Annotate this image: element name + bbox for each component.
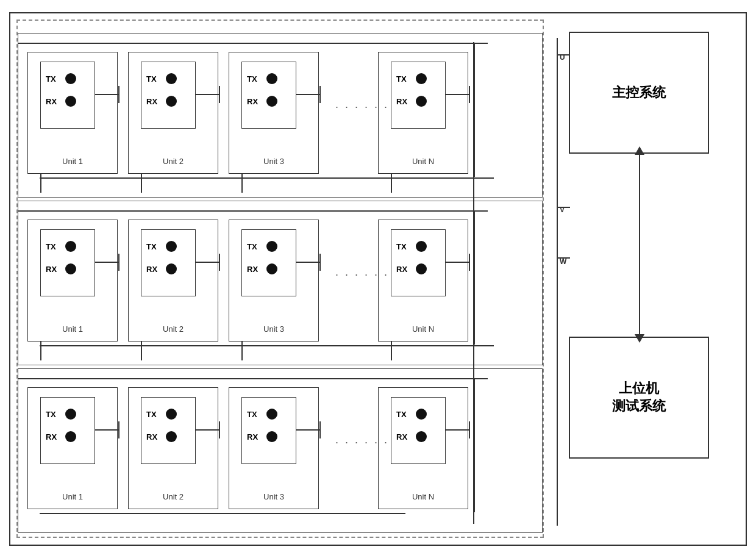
conn-r1u1-right [95, 94, 118, 95]
conn-r2u2-stub [219, 254, 220, 271]
rx-row-r1u2: RX [146, 96, 177, 107]
w-hline [557, 257, 570, 259]
tx-label-r1u3: TX [247, 74, 264, 84]
rx-label-r1u2: RX [146, 97, 163, 106]
row-2: TX RX Unit 1 TX [18, 201, 543, 365]
rx-row-r3u4: RX [396, 431, 427, 442]
conn-r2u3-stub [319, 254, 321, 271]
rx-label-r2u1: RX [46, 265, 63, 274]
conn-r1u4-stub [469, 86, 470, 103]
rx-dot-r1u1 [65, 96, 76, 107]
main-control-box: 主控系统 [569, 32, 709, 154]
unit-label-r3u2: Unit 2 [129, 492, 218, 501]
unit-label-r1u2: Unit 2 [129, 157, 218, 166]
tx-row-r1u4: TX [396, 73, 427, 84]
tx-row-r1u2: TX [146, 73, 177, 84]
arrow-down-head [635, 334, 644, 343]
unit-box-r2u2: TX RX Unit 2 [128, 220, 218, 342]
inner-box-r3u4: TX RX [391, 397, 446, 464]
unit-label-r2u1: Unit 1 [28, 324, 117, 334]
tx-label-r3u2: TX [146, 410, 163, 419]
tx-dot-r1u1 [65, 73, 76, 84]
unit-label-r1u4: Unit N [379, 157, 468, 166]
unit-label-r3u1: Unit 1 [28, 492, 117, 501]
upper-system-box: 上位机测试系统 [569, 337, 709, 459]
rx-row-r1u3: RX [247, 96, 277, 107]
stub-r1u4 [391, 173, 392, 193]
right-section-vbus [557, 38, 558, 526]
rx-dot-r3u4 [416, 431, 427, 442]
rx-label-r2u4: RX [396, 265, 413, 274]
rx-row-r2u3: RX [247, 263, 277, 274]
inner-box-r2u1: TX RX [40, 229, 95, 296]
inner-box-r2u4: TX RX [391, 229, 446, 296]
conn-r1u3-stub [319, 86, 321, 103]
conn-r1u2-stub [219, 86, 220, 103]
inner-box-r1u4: TX RX [391, 62, 446, 129]
tx-label-r2u1: TX [46, 242, 63, 251]
tx-label-r2u3: TX [247, 242, 264, 251]
rx-label-r3u3: RX [247, 432, 264, 442]
tx-label-r1u2: TX [146, 74, 163, 84]
rx-dot-r2u4 [416, 263, 427, 274]
tx-dot-r1u2 [166, 73, 177, 84]
tx-dot-r2u3 [266, 241, 277, 252]
row-1: TX RX Unit 1 [18, 33, 543, 198]
rx-row-r2u4: RX [396, 263, 427, 274]
rx-dot-r1u2 [166, 96, 177, 107]
rx-label-r3u1: RX [46, 432, 63, 442]
upper-system-label: 上位机测试系统 [612, 380, 666, 415]
left-section: TX RX Unit 1 [16, 20, 544, 538]
stub-r1u2 [141, 173, 142, 193]
rx-dot-r3u1 [65, 431, 76, 442]
tx-dot-r3u2 [166, 409, 177, 420]
tx-dot-r3u1 [65, 409, 76, 420]
unit-label-r2u3: Unit 3 [229, 324, 318, 334]
rx-dot-r3u3 [266, 431, 277, 442]
conn-r3u3-stub [319, 421, 321, 438]
main-container: TX RX Unit 1 [9, 12, 747, 546]
v-hline [557, 207, 570, 208]
tx-row-r3u1: TX [46, 409, 76, 420]
stub-r2u4 [391, 341, 392, 360]
tx-dot-r3u4 [416, 409, 427, 420]
unit-box-r2u4: TX RX Unit N [378, 220, 468, 342]
tx-label-r1u4: TX [396, 74, 413, 84]
tx-row-r1u3: TX [247, 73, 277, 84]
tx-label-r3u4: TX [396, 410, 413, 419]
conn-r2u1-stub [118, 254, 119, 271]
rx-dot-r1u3 [266, 96, 277, 107]
hbus-row2-bottom [40, 345, 494, 346]
unit-label-r1u3: Unit 3 [229, 157, 318, 166]
w-label: W [560, 257, 566, 266]
conn-r3u2-stub [219, 421, 220, 438]
tx-dot-r2u1 [65, 241, 76, 252]
conn-r1u4-right [446, 94, 469, 95]
tx-dot-r1u4 [416, 73, 427, 84]
unit-box-r3u1: TX RX Unit 1 [27, 387, 118, 509]
arrow-up-head [635, 146, 644, 155]
unit-box-r3u3: TX RX Unit 3 [229, 387, 319, 509]
tx-row-r2u2: TX [146, 241, 177, 252]
unit-label-r3u4: Unit N [379, 492, 468, 501]
conn-r2u1-right [95, 262, 118, 263]
unit-box-r1u2: TX RX Unit 2 [128, 52, 218, 174]
rx-dot-r3u2 [166, 431, 177, 442]
rx-dot-r2u2 [166, 263, 177, 274]
conn-r2u4-stub [469, 254, 470, 271]
inner-box-r3u2: TX RX [141, 397, 196, 464]
tx-row-r2u1: TX [46, 241, 76, 252]
main-vbus-left [473, 42, 474, 524]
tx-label-r1u1: TX [46, 74, 63, 84]
hbus-row3-top [18, 378, 488, 379]
conn-r3u3-right [296, 429, 319, 431]
conn-r3u4-right [446, 429, 469, 431]
conn-r2u2-right [196, 262, 219, 263]
conn-r1u1-stub [118, 86, 119, 103]
rx-label-r3u2: RX [146, 432, 163, 442]
rx-row-r2u2: RX [146, 263, 177, 274]
stub-r2u3 [241, 341, 243, 360]
rx-row-r2u1: RX [46, 263, 76, 274]
tx-row-r1u1: TX [46, 73, 76, 84]
unit-box-r3u4: TX RX Unit N [378, 387, 468, 509]
